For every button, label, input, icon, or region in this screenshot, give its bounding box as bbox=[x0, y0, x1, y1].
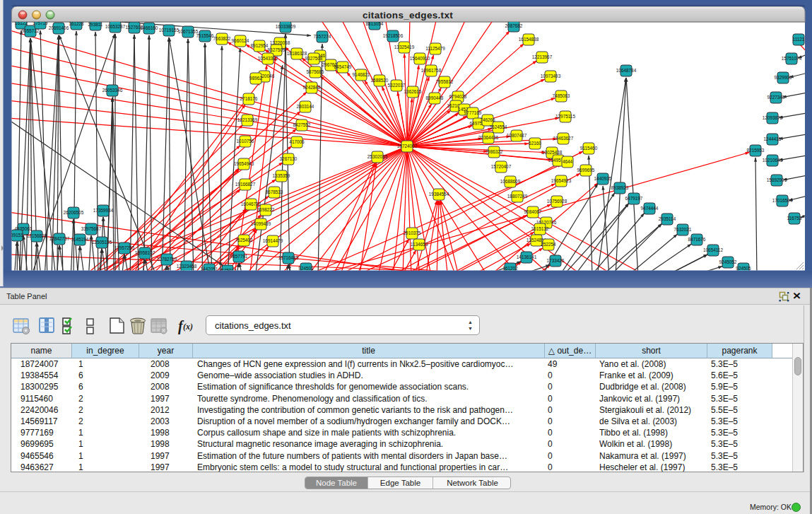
svg-text:9329906: 9329906 bbox=[775, 75, 792, 80]
svg-text:3698222: 3698222 bbox=[257, 207, 275, 212]
svg-text:7986322: 7986322 bbox=[486, 149, 503, 154]
svg-text:19654923: 19654923 bbox=[551, 178, 572, 183]
svg-text:5322037: 5322037 bbox=[388, 83, 406, 88]
svg-text:16914479: 16914479 bbox=[263, 238, 283, 243]
svg-text:6794028: 6794028 bbox=[449, 94, 467, 99]
svg-text:417006: 417006 bbox=[289, 139, 305, 144]
svg-text:7625402: 7625402 bbox=[235, 238, 253, 243]
svg-text:19218506: 19218506 bbox=[383, 33, 404, 38]
svg-text:10807487: 10807487 bbox=[507, 133, 527, 138]
svg-text:12842737: 12842737 bbox=[49, 236, 70, 241]
svg-text:19654943: 19654943 bbox=[234, 161, 254, 166]
svg-text:15751074: 15751074 bbox=[782, 56, 802, 61]
svg-text:16154838: 16154838 bbox=[519, 37, 539, 42]
svg-text:18724007: 18724007 bbox=[397, 144, 418, 148]
svg-text:2803144: 2803144 bbox=[297, 104, 314, 109]
svg-text:12156829: 12156829 bbox=[27, 233, 47, 238]
svg-text:16046738: 16046738 bbox=[241, 201, 261, 206]
svg-text:10719155: 10719155 bbox=[159, 28, 180, 33]
svg-text:1145194: 1145194 bbox=[71, 237, 89, 242]
svg-text:62160: 62160 bbox=[529, 141, 541, 146]
svg-text:2935114: 2935114 bbox=[659, 216, 676, 221]
svg-text:20691406: 20691406 bbox=[49, 25, 69, 30]
svg-text:26206505: 26206505 bbox=[64, 210, 84, 215]
svg-text:8454749: 8454749 bbox=[334, 64, 352, 69]
svg-text:12505135: 12505135 bbox=[92, 240, 112, 245]
svg-text:25302035: 25302035 bbox=[367, 154, 388, 159]
svg-text:9227343: 9227343 bbox=[767, 95, 785, 100]
svg-text:161228: 161228 bbox=[69, 21, 84, 26]
svg-text:8427552: 8427552 bbox=[293, 122, 311, 127]
svg-text:18186328: 18186328 bbox=[287, 51, 307, 56]
svg-text:6479197: 6479197 bbox=[625, 196, 643, 201]
svg-text:11121: 11121 bbox=[793, 37, 805, 42]
svg-text:13325419: 13325419 bbox=[394, 45, 415, 49]
svg-text:161202: 161202 bbox=[502, 266, 518, 271]
svg-text:10688609: 10688609 bbox=[500, 179, 521, 184]
svg-text:9699695: 9699695 bbox=[577, 168, 595, 173]
svg-text:12213369: 12213369 bbox=[237, 117, 258, 122]
svg-text:26053346: 26053346 bbox=[102, 88, 123, 93]
svg-text:9327509: 9327509 bbox=[268, 47, 286, 52]
svg-text:12093872: 12093872 bbox=[763, 115, 783, 120]
svg-text:15640910: 15640910 bbox=[410, 56, 430, 61]
svg-text:8912954: 8912954 bbox=[251, 43, 269, 48]
svg-text:(x): (x) bbox=[183, 322, 193, 332]
svg-text:924501: 924501 bbox=[298, 266, 314, 271]
svg-text:10648784: 10648784 bbox=[616, 68, 637, 73]
svg-text:8678533: 8678533 bbox=[266, 189, 283, 194]
svg-text:10756928: 10756928 bbox=[547, 199, 567, 204]
svg-text:2718176: 2718176 bbox=[240, 96, 258, 101]
svg-text:7515546: 7515546 bbox=[196, 33, 214, 38]
svg-text:252254: 252254 bbox=[541, 242, 556, 247]
svg-text:8471676: 8471676 bbox=[688, 237, 706, 242]
svg-text:9245052: 9245052 bbox=[719, 259, 737, 264]
svg-text:12213967: 12213967 bbox=[532, 54, 553, 59]
svg-text:10961758: 10961758 bbox=[421, 68, 442, 73]
svg-text:16033809: 16033809 bbox=[276, 24, 296, 29]
svg-text:10210643: 10210643 bbox=[763, 158, 783, 163]
svg-text:7663822: 7663822 bbox=[213, 36, 231, 41]
svg-text:1335359: 1335359 bbox=[273, 173, 290, 178]
svg-text:19384554: 19384554 bbox=[429, 192, 449, 197]
svg-text:4644: 4644 bbox=[563, 159, 573, 164]
svg-text:1134653: 1134653 bbox=[411, 242, 428, 247]
svg-text:18807249: 18807249 bbox=[507, 194, 528, 199]
svg-text:1615132: 1615132 bbox=[531, 226, 549, 231]
svg-text:1440935: 1440935 bbox=[594, 176, 612, 181]
svg-text:11125479: 11125479 bbox=[425, 46, 445, 51]
svg-text:12975115: 12975115 bbox=[555, 114, 575, 119]
svg-text:7632021: 7632021 bbox=[674, 227, 692, 232]
svg-text:33975687: 33975687 bbox=[81, 226, 102, 231]
svg-text:6466160: 6466160 bbox=[141, 25, 158, 30]
svg-text:1244415: 1244415 bbox=[764, 136, 782, 141]
svg-text:1588520: 1588520 bbox=[371, 78, 389, 83]
svg-text:9115460: 9115460 bbox=[580, 146, 598, 151]
svg-text:17957255: 17957255 bbox=[114, 245, 135, 250]
svg-text:17016504: 17016504 bbox=[772, 198, 793, 203]
svg-text:8990448: 8990448 bbox=[426, 95, 444, 100]
svg-text:9660124: 9660124 bbox=[232, 38, 249, 43]
svg-text:citations_edges.txt: citations_edges.txt bbox=[363, 10, 453, 21]
svg-text:1733426: 1733426 bbox=[547, 258, 565, 263]
svg-text:1362615: 1362615 bbox=[404, 89, 422, 94]
svg-text:15716485: 15716485 bbox=[278, 255, 299, 260]
svg-text:19463627: 19463627 bbox=[553, 136, 574, 141]
svg-text:2087682: 2087682 bbox=[505, 23, 523, 28]
svg-text:14099489: 14099489 bbox=[251, 221, 271, 226]
svg-text:9146821: 9146821 bbox=[353, 72, 370, 77]
svg-text:39151: 39151 bbox=[11, 233, 23, 238]
svg-text:19166827: 19166827 bbox=[235, 182, 256, 187]
svg-text:10782759: 10782759 bbox=[157, 257, 177, 262]
svg-text:9242848: 9242848 bbox=[303, 85, 321, 90]
svg-text:3624554: 3624554 bbox=[490, 124, 507, 129]
svg-text:7357274: 7357274 bbox=[314, 34, 331, 39]
svg-text:9474444: 9474444 bbox=[641, 206, 659, 211]
svg-text:5875685: 5875685 bbox=[307, 69, 324, 74]
svg-text:293811: 293811 bbox=[88, 22, 103, 27]
svg-text:9777169: 9777169 bbox=[464, 110, 482, 115]
svg-text:10025438: 10025438 bbox=[542, 150, 563, 155]
svg-text:8938923: 8938923 bbox=[611, 185, 629, 190]
svg-text:98962: 98962 bbox=[249, 76, 262, 81]
svg-text:9857791: 9857791 bbox=[230, 254, 248, 259]
